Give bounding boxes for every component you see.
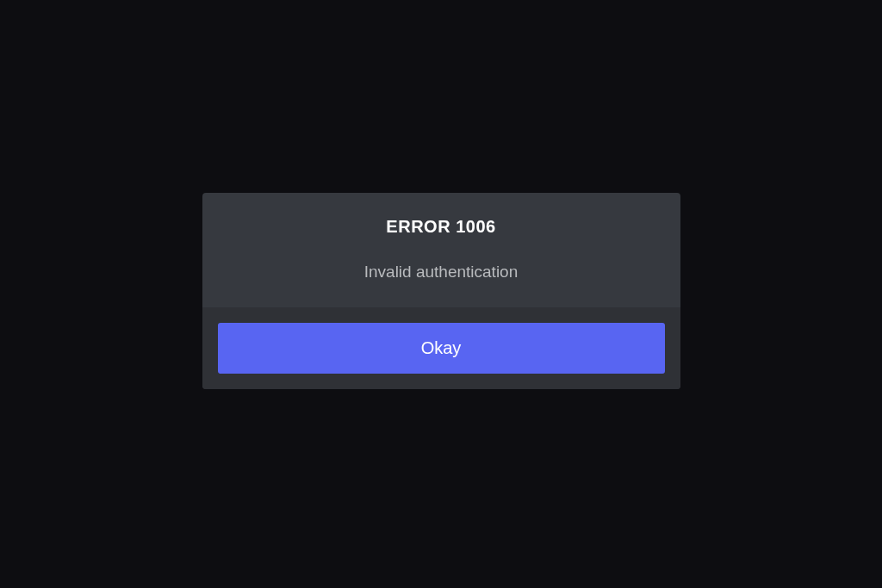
okay-button[interactable]: Okay [218, 323, 665, 374]
modal-message: Invalid authentication [220, 263, 663, 282]
modal-body: ERROR 1006 Invalid authentication [202, 193, 680, 307]
error-modal: ERROR 1006 Invalid authentication Okay [202, 193, 680, 389]
modal-footer: Okay [202, 307, 680, 389]
modal-title: ERROR 1006 [220, 217, 663, 237]
